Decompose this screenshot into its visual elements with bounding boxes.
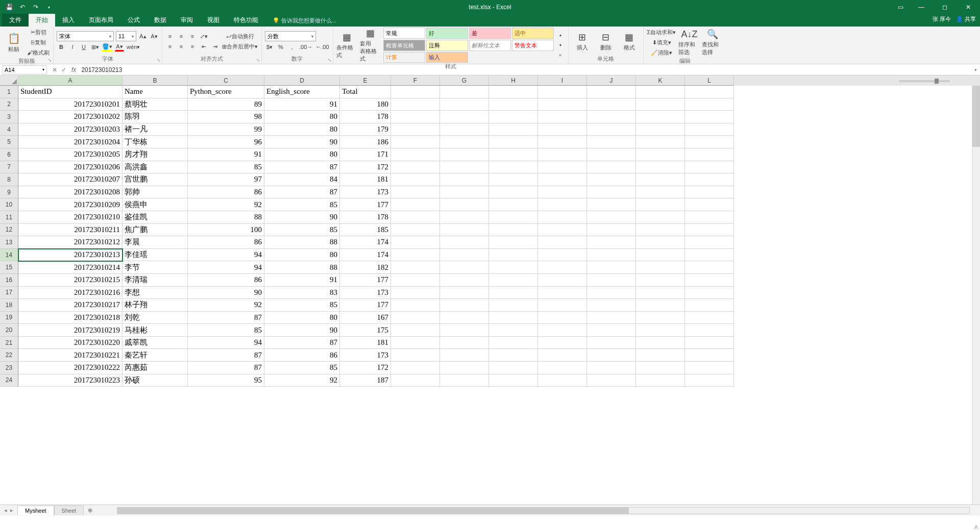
underline-button[interactable]: U <box>79 42 88 52</box>
column-header[interactable]: C <box>188 75 264 86</box>
styles-scroll-up-icon[interactable]: ▴ <box>556 31 565 40</box>
style-item[interactable]: 检查单元格 <box>383 40 425 51</box>
tab-formula[interactable]: 公式 <box>120 14 147 27</box>
column-header[interactable]: F <box>391 75 440 86</box>
insert-cells-button[interactable]: ⊞插入 <box>572 28 593 55</box>
align-center-icon[interactable]: ≡ <box>177 42 186 51</box>
clipboard-launcher-icon[interactable]: ⤡ <box>48 58 52 63</box>
number-launcher-icon[interactable]: ⤡ <box>328 58 332 63</box>
orientation-icon[interactable]: ⤢▾ <box>199 32 208 41</box>
indent-increase-icon[interactable]: ⇥ <box>210 42 219 51</box>
tab-file[interactable]: 文件 <box>2 14 29 27</box>
style-item[interactable]: 计算 <box>383 52 425 63</box>
column-header[interactable]: D <box>264 75 340 86</box>
conditional-format-button[interactable]: ▦条件格式 <box>336 28 358 63</box>
tab-insert[interactable]: 插入 <box>55 14 82 27</box>
currency-icon[interactable]: $▾ <box>265 42 274 52</box>
find-select-button[interactable]: 🔍查找和选择 <box>702 28 723 57</box>
fill-color-button[interactable]: 🪣▾ <box>102 42 113 52</box>
align-bottom-icon[interactable]: ≡ <box>188 32 197 41</box>
tab-special[interactable]: 特色功能 <box>227 14 265 27</box>
style-item[interactable]: 适中 <box>512 28 554 39</box>
font-launcher-icon[interactable]: ⤡ <box>157 58 161 63</box>
wrap-text-button[interactable]: ⮐ 自动换行 <box>222 32 258 41</box>
style-item[interactable]: 常规 <box>383 28 425 39</box>
table-format-button[interactable]: ▦套用 表格格式 <box>360 28 381 63</box>
number-format-combo[interactable]: 分数▾ <box>265 31 316 41</box>
maximize-icon[interactable]: ◻ <box>933 0 957 14</box>
column-header[interactable]: B <box>122 75 188 86</box>
cell-styles-gallery[interactable]: 常规好差适中检查单元格注释解释性文本警告文本计算输入 <box>383 28 554 63</box>
style-item[interactable]: 警告文本 <box>512 40 554 51</box>
select-all-corner[interactable] <box>0 75 18 86</box>
styles-scroll-down-icon[interactable]: ▾ <box>556 41 565 50</box>
font-name-combo[interactable]: 宋体▾ <box>57 31 114 41</box>
zoom-slider[interactable] <box>899 80 950 82</box>
indent-decrease-icon[interactable]: ⇤ <box>199 42 208 51</box>
name-box[interactable]: A14▾ <box>2 65 47 74</box>
bold-button[interactable]: B <box>57 42 66 52</box>
fx-icon[interactable]: fx <box>71 66 76 73</box>
column-header[interactable]: I <box>538 75 587 86</box>
format-cells-button[interactable]: ▦格式 <box>619 28 640 55</box>
expand-formula-icon[interactable]: ▾ <box>971 67 980 72</box>
painter-button[interactable]: 🖌 格式刷 <box>27 48 50 57</box>
column-header[interactable]: G <box>440 75 489 86</box>
column-header[interactable]: K <box>636 75 685 86</box>
tell-me[interactable]: 💡 告诉我您想要做什么... <box>265 15 344 27</box>
ribbon-options-icon[interactable]: ▭ <box>891 0 910 14</box>
share-button[interactable]: 👤 共享 <box>956 15 976 23</box>
tab-review[interactable]: 审阅 <box>174 14 200 27</box>
comma-icon[interactable]: , <box>287 42 297 52</box>
style-item[interactable]: 好 <box>426 28 468 39</box>
delete-cells-button[interactable]: ⊟删除 <box>595 28 617 55</box>
merge-center-button[interactable]: ⊞ 合并后居中 ▾ <box>222 42 258 51</box>
paste-button[interactable]: 📋粘贴 <box>3 28 24 57</box>
border-button[interactable]: ⊞▾ <box>90 42 100 52</box>
tab-view[interactable]: 视图 <box>200 14 227 27</box>
column-header[interactable]: A <box>18 75 122 86</box>
column-header[interactable]: H <box>489 75 538 86</box>
redo-icon[interactable]: ↷ <box>31 2 41 12</box>
align-middle-icon[interactable]: ≡ <box>177 32 186 41</box>
align-right-icon[interactable]: ≡ <box>188 42 197 51</box>
user-name[interactable]: 张 厚今 <box>933 15 951 23</box>
styles-more-icon[interactable]: ≡ <box>556 51 565 60</box>
autosum-button[interactable]: Σ 自动求和 ▾ <box>647 28 677 37</box>
minimize-icon[interactable]: — <box>910 0 933 14</box>
style-item[interactable]: 差 <box>469 28 511 39</box>
style-item[interactable]: 解释性文本 <box>469 40 511 51</box>
copy-button[interactable]: ⎘ 复制 <box>27 38 50 47</box>
align-top-icon[interactable]: ≡ <box>165 32 175 41</box>
column-header[interactable]: L <box>685 75 734 86</box>
tab-home[interactable]: 开始 <box>29 14 55 27</box>
align-launcher-icon[interactable]: ⤡ <box>256 58 260 63</box>
clear-button[interactable]: 🧹 清除 ▾ <box>647 48 677 57</box>
close-icon[interactable]: ✕ <box>957 0 980 14</box>
column-header[interactable]: E <box>340 75 391 86</box>
zoom-thumb[interactable] <box>935 79 939 84</box>
undo-icon[interactable]: ↶ <box>17 2 28 12</box>
cut-button[interactable]: ✂ 剪切 <box>27 28 50 37</box>
font-size-combo[interactable]: 11▾ <box>116 31 136 41</box>
decrease-decimal-icon[interactable]: ←.00 <box>315 42 329 52</box>
qat-customize-icon[interactable]: ▾ <box>44 2 54 12</box>
italic-button[interactable]: I <box>68 42 77 52</box>
font-color-button[interactable]: A▾ <box>115 42 124 52</box>
phonetic-button[interactable]: wén▾ <box>126 42 140 52</box>
percent-icon[interactable]: % <box>276 42 285 52</box>
tab-layout[interactable]: 页面布局 <box>82 14 120 27</box>
column-header[interactable]: J <box>587 75 636 86</box>
save-icon[interactable]: 💾 <box>4 2 14 12</box>
style-item[interactable]: 输入 <box>426 52 468 63</box>
shrink-font-icon[interactable]: A▾ <box>150 32 159 41</box>
increase-decimal-icon[interactable]: .00→ <box>299 42 313 52</box>
align-left-icon[interactable]: ≡ <box>165 42 175 51</box>
style-item[interactable]: 注释 <box>426 40 468 51</box>
enter-formula-icon[interactable]: ✓ <box>61 66 66 73</box>
fill-button[interactable]: ⬇ 填充 ▾ <box>647 38 677 47</box>
tab-data[interactable]: 数据 <box>147 14 174 27</box>
grow-font-icon[interactable]: A▴ <box>138 32 148 41</box>
sort-filter-button[interactable]: A↓Z排序和筛选 <box>678 28 700 57</box>
cancel-formula-icon[interactable]: ✕ <box>52 66 57 73</box>
